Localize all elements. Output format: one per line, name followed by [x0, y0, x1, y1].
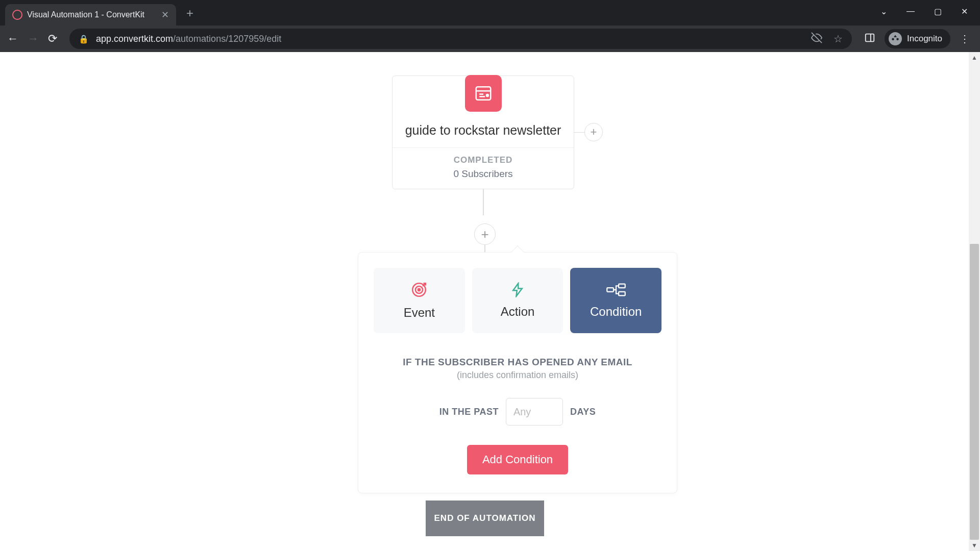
svg-point-7 — [486, 94, 488, 96]
toolbar: ← → ⟳ 🔒 app.convertkit.com/automations/1… — [0, 26, 980, 52]
svg-point-10 — [418, 289, 420, 291]
tab-search-icon[interactable]: ⌄ — [880, 7, 887, 16]
svg-rect-13 — [607, 288, 614, 292]
tab-label: Event — [404, 306, 435, 320]
address-bar[interactable]: 🔒 app.convertkit.com/automations/1207959… — [69, 29, 852, 49]
maximize-icon[interactable]: ▢ — [934, 7, 942, 16]
svg-rect-14 — [619, 284, 625, 288]
incognito-badge[interactable]: Incognito — [885, 29, 950, 48]
browser-tab[interactable]: Visual Automation 1 - ConvertKit ✕ — [5, 4, 176, 26]
automation-node[interactable]: guide to rockstar newsletter COMPLETED 0… — [392, 76, 574, 189]
scrollbar-thumb[interactable] — [970, 244, 979, 540]
node-status: COMPLETED — [393, 155, 574, 165]
scroll-down-icon[interactable]: ▼ — [969, 540, 980, 551]
node-subscribers: 0 Subscribers — [393, 168, 574, 180]
branch-icon — [606, 282, 626, 297]
step-config-panel: Event Action Condition — [358, 252, 677, 493]
eye-off-icon[interactable] — [811, 32, 822, 46]
scroll-up-icon[interactable]: ▲ — [969, 52, 980, 63]
add-branch-button[interactable]: + — [584, 123, 603, 141]
close-tab-icon[interactable]: ✕ — [161, 9, 169, 20]
tab-title: Visual Automation 1 - ConvertKit — [27, 10, 157, 19]
svg-rect-15 — [619, 292, 625, 296]
minimize-icon[interactable]: ― — [906, 7, 915, 16]
condition-description: IF THE SUBSCRIBER HAS OPENED ANY EMAIL (… — [374, 357, 662, 381]
back-button[interactable]: ← — [7, 32, 18, 45]
new-tab-button[interactable]: + — [186, 6, 193, 20]
bookmark-star-icon[interactable]: ☆ — [834, 33, 843, 45]
browser-tab-strip: Visual Automation 1 - ConvertKit ✕ + ⌄ ―… — [0, 0, 980, 26]
tab-action[interactable]: Action — [472, 268, 564, 333]
condition-subheading: (includes confirmation emails) — [374, 370, 662, 381]
close-window-icon[interactable]: ✕ — [961, 7, 968, 16]
tab-condition[interactable]: Condition — [570, 268, 662, 333]
svg-rect-3 — [476, 87, 491, 99]
condition-input-row: IN THE PAST DAYS — [374, 398, 662, 425]
end-of-automation: END OF AUTOMATION — [426, 500, 544, 536]
page-content: guide to rockstar newsletter COMPLETED 0… — [0, 52, 980, 551]
target-icon — [410, 281, 428, 298]
forward-button[interactable]: → — [28, 32, 39, 45]
side-panel-icon[interactable] — [864, 32, 875, 46]
window-controls: ⌄ ― ▢ ✕ — [880, 7, 980, 16]
tab-event[interactable]: Event — [374, 268, 465, 333]
svg-rect-1 — [866, 34, 874, 41]
tab-label: Condition — [590, 305, 642, 319]
days-label: DAYS — [570, 407, 596, 417]
lightning-icon — [510, 282, 525, 297]
incognito-label: Incognito — [907, 34, 942, 44]
node-footer: COMPLETED 0 Subscribers — [393, 147, 574, 189]
reload-button[interactable]: ⟳ — [48, 32, 57, 45]
menu-dots-icon[interactable]: ⋮ — [960, 33, 970, 45]
lock-icon[interactable]: 🔒 — [79, 34, 89, 44]
automation-canvas[interactable]: guide to rockstar newsletter COMPLETED 0… — [0, 52, 980, 551]
days-input[interactable] — [506, 398, 563, 425]
condition-heading: IF THE SUBSCRIBER HAS OPENED ANY EMAIL — [374, 357, 662, 368]
add-condition-button[interactable]: Add Condition — [467, 445, 568, 474]
svg-marker-12 — [513, 284, 522, 296]
scrollbar-track[interactable]: ▲ ▼ — [969, 52, 980, 551]
in-past-label: IN THE PAST — [439, 407, 499, 417]
favicon-icon — [12, 10, 22, 20]
incognito-icon — [889, 32, 902, 45]
connector-line — [483, 189, 484, 215]
tab-label: Action — [501, 305, 535, 319]
url-text: app.convertkit.com/automations/1207959/e… — [96, 34, 281, 44]
step-type-tabs: Event Action Condition — [374, 268, 662, 333]
form-icon — [465, 75, 502, 112]
add-step-button[interactable]: + — [474, 223, 496, 245]
